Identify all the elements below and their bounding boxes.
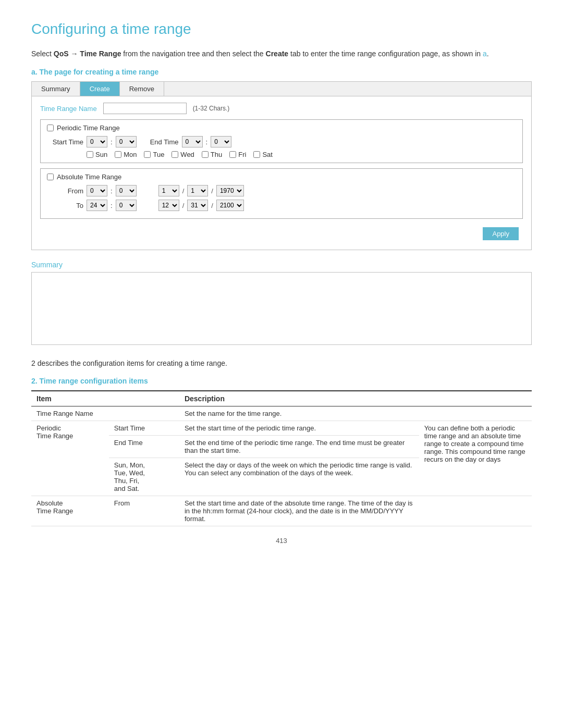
- day-fri: Fri: [229, 151, 246, 158]
- days-row: Sun Mon Tue Wed Thu Fri Sat: [87, 151, 516, 158]
- summary-box: [31, 272, 532, 345]
- apply-row: Apply: [40, 224, 523, 243]
- intro-paragraph: Select QoS → Time Range from the navigat…: [31, 48, 532, 59]
- row2-item: Periodic Time Range: [31, 421, 109, 496]
- periodic-legend: Periodic Time Range: [47, 124, 516, 132]
- row4-desc: Select the day or days of the week on wh…: [179, 458, 419, 496]
- day-sun: Sun: [87, 151, 107, 158]
- tab-create[interactable]: Create: [80, 82, 120, 96]
- checkbox-wed[interactable]: [172, 151, 178, 158]
- to-hour-select[interactable]: 24012: [87, 200, 107, 211]
- to-row: To 24012 : 01530 1216 / 31115 / 21001970…: [47, 200, 516, 211]
- ui-content: Time Range Name (1-32 Chars.) Periodic T…: [32, 96, 531, 250]
- checkbox-sun[interactable]: [87, 151, 93, 158]
- day-sat: Sat: [253, 151, 273, 158]
- create-word: Create: [266, 50, 289, 58]
- absolute-checkbox[interactable]: [47, 174, 54, 180]
- tab-bar: Summary Create Remove: [32, 82, 531, 96]
- section-2-label: 2. Time range configuration items: [31, 377, 532, 385]
- day-thu: Thu: [202, 151, 222, 158]
- from-month-select[interactable]: 1612: [158, 185, 179, 196]
- row2-desc: Set the start time of the periodic time …: [179, 421, 419, 435]
- time-range-name-input[interactable]: [103, 103, 187, 114]
- checkbox-sat[interactable]: [253, 151, 260, 158]
- from-year-select[interactable]: 197020002100: [216, 185, 244, 196]
- chars-hint: (1-32 Chars.): [193, 105, 230, 112]
- tab-remove[interactable]: Remove: [120, 82, 164, 96]
- periodic-time-range-fieldset: Periodic Time Range Start Time 012612182…: [40, 119, 523, 163]
- to-min-select[interactable]: 01530: [116, 200, 137, 211]
- page-number: 413: [31, 537, 532, 545]
- col-header-desc: Description: [179, 391, 419, 406]
- day-wed: Wed: [172, 151, 194, 158]
- to-year-select[interactable]: 210019702000: [216, 200, 244, 211]
- absolute-legend: Absolute Time Range: [47, 173, 516, 181]
- periodic-label: Periodic Time Range: [57, 124, 120, 132]
- end-min-select[interactable]: 0153045: [211, 136, 231, 147]
- ui-panel: Summary Create Remove Time Range Name (1…: [31, 81, 532, 250]
- end-hour-select[interactable]: 011224: [182, 136, 203, 147]
- qos-nav-text: QoS → Time Range: [54, 50, 121, 58]
- col-header-note: [419, 391, 532, 406]
- row4-subitem: Sun, Mon, Tue, Wed, Thu, Fri, and Sat.: [109, 458, 179, 496]
- row3-subitem: End Time: [109, 435, 179, 458]
- start-time-label: Start Time: [47, 138, 83, 146]
- from-label: From: [47, 187, 83, 195]
- table-row: Periodic Time Range Start Time Set the s…: [31, 421, 532, 435]
- checkbox-tue[interactable]: [144, 151, 151, 158]
- tab-summary[interactable]: Summary: [32, 82, 80, 96]
- row3-desc: Set the end time of the periodic time ra…: [179, 435, 419, 458]
- day-mon: Mon: [115, 151, 137, 158]
- time-range-name-row: Time Range Name (1-32 Chars.): [40, 103, 523, 114]
- intro-mid: from the navigation tree and then select…: [121, 50, 265, 58]
- to-label: To: [47, 202, 83, 209]
- table-row: Time Range Name Set the name for the tim…: [31, 406, 532, 421]
- absolute-time-range-fieldset: Absolute Time Range From 0112 : 01530 16…: [40, 168, 523, 219]
- checkbox-mon[interactable]: [115, 151, 121, 158]
- intro-period: .: [487, 50, 489, 58]
- describes-text: 2 describes the configuration items for …: [31, 357, 532, 369]
- start-min-select[interactable]: 0153045: [116, 136, 137, 147]
- link-ref-a: a: [483, 50, 487, 58]
- row5-desc: Set the start time and date of the absol…: [179, 496, 419, 526]
- intro-text: Select: [31, 50, 54, 58]
- end-time-label: End Time: [150, 138, 179, 146]
- row5-note: [419, 496, 532, 526]
- from-row: From 0112 : 01530 1612 / 11531 / 1970200…: [47, 185, 516, 196]
- col-header-item: Item: [31, 391, 109, 406]
- start-end-time-row: Start Time 0126121824 : 0153045 End Time…: [47, 136, 516, 147]
- intro-end: tab to enter the time range configuratio…: [288, 50, 483, 58]
- to-month-select[interactable]: 1216: [158, 200, 179, 211]
- from-min-select[interactable]: 01530: [116, 185, 137, 196]
- row5-subitem: From: [109, 496, 179, 526]
- checkbox-thu[interactable]: [202, 151, 209, 158]
- checkbox-fri[interactable]: [229, 151, 236, 158]
- day-tue: Tue: [144, 151, 164, 158]
- table-row: Absolute Time Range From Set the start t…: [31, 496, 532, 526]
- from-day-select[interactable]: 11531: [187, 185, 208, 196]
- section-a-label: a. The page for creating a time range: [31, 68, 532, 76]
- summary-label: Summary: [31, 261, 532, 269]
- apply-button[interactable]: Apply: [483, 227, 519, 240]
- col-header-subitem: [109, 391, 179, 406]
- page-title: Configuring a time range: [31, 21, 532, 38]
- to-day-select[interactable]: 31115: [187, 200, 208, 211]
- config-table: Item Description Time Range Name Set the…: [31, 390, 532, 526]
- row2-subitem: Start Time: [109, 421, 179, 435]
- start-hour-select[interactable]: 0126121824: [87, 136, 107, 147]
- row1-desc: Set the name for the time range.: [179, 406, 419, 421]
- row1-note: [419, 406, 532, 421]
- row2-note: You can define both a periodic time rang…: [419, 421, 532, 496]
- row1-item: Time Range Name: [31, 406, 179, 421]
- row5-item: Absolute Time Range: [31, 496, 109, 526]
- absolute-label: Absolute Time Range: [57, 173, 121, 181]
- from-hour-select[interactable]: 0112: [87, 185, 107, 196]
- time-range-name-label: Time Range Name: [40, 105, 97, 113]
- periodic-checkbox[interactable]: [47, 125, 54, 131]
